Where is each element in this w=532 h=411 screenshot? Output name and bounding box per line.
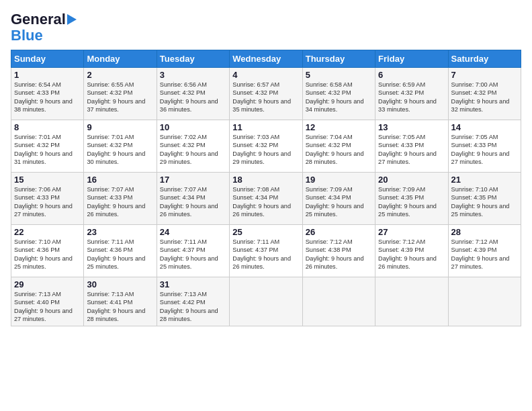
calendar-cell: 29Sunrise: 7:13 AMSunset: 4:40 PMDayligh… [11, 277, 84, 326]
calendar-cell: 13Sunrise: 7:05 AMSunset: 4:33 PMDayligh… [375, 120, 448, 173]
calendar-cell: 7Sunrise: 7:00 AMSunset: 4:32 PMDaylight… [448, 68, 521, 120]
calendar-cell: 20Sunrise: 7:09 AMSunset: 4:35 PMDayligh… [375, 173, 448, 225]
cell-info: Sunrise: 7:11 AMSunset: 4:37 PMDaylight:… [160, 238, 218, 270]
calendar-cell: 17Sunrise: 7:07 AMSunset: 4:34 PMDayligh… [157, 173, 229, 225]
calendar-cell: 23Sunrise: 7:11 AMSunset: 4:36 PMDayligh… [84, 225, 157, 277]
cell-info: Sunrise: 7:09 AMSunset: 4:35 PMDaylight:… [378, 186, 437, 218]
cell-info: Sunrise: 6:57 AMSunset: 4:32 PMDaylight:… [232, 81, 291, 113]
cell-info: Sunrise: 7:06 AMSunset: 4:33 PMDaylight:… [14, 186, 73, 218]
cell-info: Sunrise: 7:11 AMSunset: 4:36 PMDaylight:… [87, 238, 145, 270]
day-number: 6 [378, 70, 445, 80]
day-number: 11 [232, 122, 299, 132]
cell-info: Sunrise: 6:55 AMSunset: 4:32 PMDaylight:… [87, 81, 145, 113]
cell-info: Sunrise: 7:05 AMSunset: 4:33 PMDaylight:… [451, 134, 510, 165]
calendar-cell: 28Sunrise: 7:12 AMSunset: 4:39 PMDayligh… [448, 225, 521, 277]
day-number: 29 [14, 279, 81, 289]
cell-info: Sunrise: 7:11 AMSunset: 4:37 PMDaylight:… [232, 238, 291, 270]
day-number: 17 [160, 175, 226, 185]
cell-info: Sunrise: 7:02 AMSunset: 4:32 PMDaylight:… [160, 134, 218, 165]
day-number: 31 [160, 279, 226, 289]
day-number: 24 [160, 227, 226, 237]
calendar-cell: 21Sunrise: 7:10 AMSunset: 4:35 PMDayligh… [448, 173, 521, 225]
cell-info: Sunrise: 6:54 AMSunset: 4:33 PMDaylight:… [14, 81, 73, 113]
calendar-cell: 9Sunrise: 7:01 AMSunset: 4:32 PMDaylight… [84, 120, 157, 173]
cell-info: Sunrise: 7:10 AMSunset: 4:35 PMDaylight:… [451, 186, 510, 218]
day-number: 16 [87, 175, 153, 185]
calendar-cell [375, 277, 448, 326]
calendar-container: General Blue SundayMondayTuesdayWednesda… [0, 0, 532, 333]
calendar-cell: 10Sunrise: 7:02 AMSunset: 4:32 PMDayligh… [157, 120, 229, 173]
day-header-saturday: Saturday [448, 50, 521, 68]
day-number: 1 [14, 70, 81, 80]
calendar-cell: 2Sunrise: 6:55 AMSunset: 4:32 PMDaylight… [84, 68, 157, 120]
cell-info: Sunrise: 7:00 AMSunset: 4:32 PMDaylight:… [451, 81, 510, 113]
day-number: 27 [378, 227, 445, 237]
day-number: 20 [378, 175, 445, 185]
cell-info: Sunrise: 7:01 AMSunset: 4:32 PMDaylight:… [87, 134, 145, 165]
calendar-cell: 24Sunrise: 7:11 AMSunset: 4:37 PMDayligh… [157, 225, 229, 277]
cell-info: Sunrise: 7:12 AMSunset: 4:39 PMDaylight:… [378, 238, 437, 270]
cell-info: Sunrise: 7:08 AMSunset: 4:34 PMDaylight:… [232, 186, 291, 218]
cell-info: Sunrise: 7:12 AMSunset: 4:39 PMDaylight:… [451, 238, 510, 270]
day-number: 13 [378, 122, 445, 132]
day-number: 10 [160, 122, 226, 132]
header: General Blue [11, 11, 521, 43]
day-number: 8 [14, 122, 81, 132]
day-number: 26 [306, 227, 372, 237]
day-header-friday: Friday [375, 50, 448, 68]
cell-info: Sunrise: 6:59 AMSunset: 4:32 PMDaylight:… [378, 81, 437, 113]
cell-info: Sunrise: 7:13 AMSunset: 4:42 PMDaylight:… [160, 291, 218, 322]
calendar-cell [448, 277, 521, 326]
day-number: 15 [14, 175, 81, 185]
calendar-cell: 19Sunrise: 7:09 AMSunset: 4:34 PMDayligh… [302, 173, 375, 225]
cell-info: Sunrise: 6:56 AMSunset: 4:32 PMDaylight:… [160, 81, 218, 113]
day-number: 22 [14, 227, 81, 237]
cell-info: Sunrise: 7:04 AMSunset: 4:32 PMDaylight:… [306, 134, 364, 165]
calendar-cell: 12Sunrise: 7:04 AMSunset: 4:32 PMDayligh… [302, 120, 375, 173]
logo: General Blue [11, 11, 77, 43]
cell-info: Sunrise: 7:05 AMSunset: 4:33 PMDaylight:… [378, 134, 437, 165]
day-number: 18 [232, 175, 299, 185]
calendar-cell: 16Sunrise: 7:07 AMSunset: 4:33 PMDayligh… [84, 173, 157, 225]
day-number: 23 [87, 227, 153, 237]
calendar-table: SundayMondayTuesdayWednesdayThursdayFrid… [11, 50, 521, 326]
calendar-cell: 15Sunrise: 7:06 AMSunset: 4:33 PMDayligh… [11, 173, 84, 225]
calendar-cell: 5Sunrise: 6:58 AMSunset: 4:32 PMDaylight… [302, 68, 375, 120]
calendar-cell: 3Sunrise: 6:56 AMSunset: 4:32 PMDaylight… [157, 68, 229, 120]
day-number: 21 [451, 175, 518, 185]
calendar-cell: 22Sunrise: 7:10 AMSunset: 4:36 PMDayligh… [11, 225, 84, 277]
calendar-cell: 18Sunrise: 7:08 AMSunset: 4:34 PMDayligh… [230, 173, 302, 225]
day-header-tuesday: Tuesday [157, 50, 229, 68]
logo-general: General [11, 11, 66, 28]
calendar-cell [230, 277, 302, 326]
calendar-cell: 1Sunrise: 6:54 AMSunset: 4:33 PMDaylight… [11, 68, 84, 120]
calendar-cell: 30Sunrise: 7:13 AMSunset: 4:41 PMDayligh… [84, 277, 157, 326]
days-header-row: SundayMondayTuesdayWednesdayThursdayFrid… [11, 50, 521, 68]
cell-info: Sunrise: 7:03 AMSunset: 4:32 PMDaylight:… [232, 134, 291, 165]
day-number: 30 [87, 279, 153, 289]
cell-info: Sunrise: 6:58 AMSunset: 4:32 PMDaylight:… [306, 81, 364, 113]
cell-info: Sunrise: 7:07 AMSunset: 4:34 PMDaylight:… [160, 186, 218, 218]
day-number: 14 [451, 122, 518, 132]
day-number: 19 [306, 175, 372, 185]
day-number: 9 [87, 122, 153, 132]
calendar-cell: 27Sunrise: 7:12 AMSunset: 4:39 PMDayligh… [375, 225, 448, 277]
calendar-cell: 14Sunrise: 7:05 AMSunset: 4:33 PMDayligh… [448, 120, 521, 173]
calendar-cell: 26Sunrise: 7:12 AMSunset: 4:38 PMDayligh… [302, 225, 375, 277]
calendar-cell [302, 277, 375, 326]
day-number: 3 [160, 70, 226, 80]
day-number: 7 [451, 70, 518, 80]
logo-arrow-icon [67, 14, 77, 25]
day-header-monday: Monday [84, 50, 157, 68]
logo-blue: Blue [11, 28, 43, 43]
day-number: 4 [232, 70, 299, 80]
cell-info: Sunrise: 7:09 AMSunset: 4:34 PMDaylight:… [306, 186, 364, 218]
day-header-wednesday: Wednesday [230, 50, 302, 68]
day-header-thursday: Thursday [302, 50, 375, 68]
calendar-cell: 11Sunrise: 7:03 AMSunset: 4:32 PMDayligh… [230, 120, 302, 173]
calendar-cell: 25Sunrise: 7:11 AMSunset: 4:37 PMDayligh… [230, 225, 302, 277]
calendar-cell: 8Sunrise: 7:01 AMSunset: 4:32 PMDaylight… [11, 120, 84, 173]
calendar-cell: 4Sunrise: 6:57 AMSunset: 4:32 PMDaylight… [230, 68, 302, 120]
day-number: 5 [306, 70, 372, 80]
cell-info: Sunrise: 7:13 AMSunset: 4:40 PMDaylight:… [14, 291, 73, 322]
